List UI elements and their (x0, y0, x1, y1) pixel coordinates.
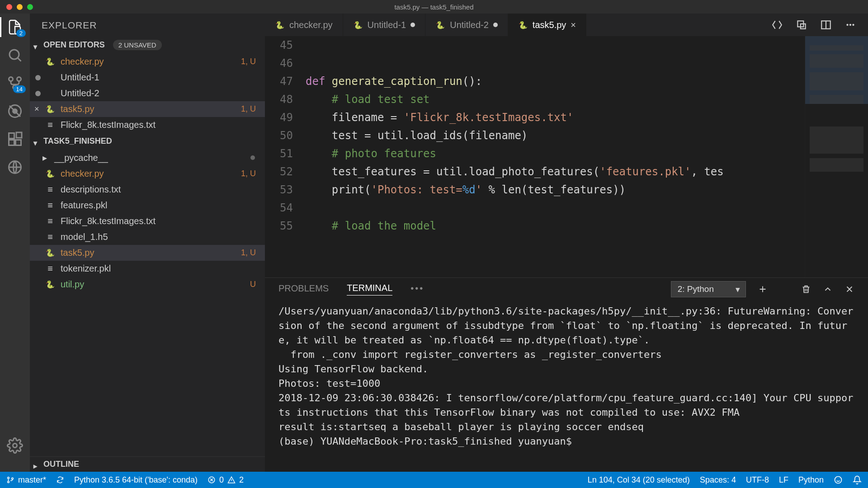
panel-tabs: PROBLEMS TERMINAL ••• 2: Python (265, 278, 868, 300)
python-file-icon (275, 20, 285, 30)
git-branch[interactable]: master* (6, 475, 46, 485)
notifications-icon[interactable] (853, 475, 862, 484)
sync-icon[interactable] (56, 476, 64, 484)
file-name: __pycache__ (54, 153, 108, 163)
activity-bar: 2 14 (0, 14, 30, 472)
svg-point-21 (12, 478, 14, 479)
close-icon[interactable]: × (34, 104, 39, 114)
file-item[interactable]: descriptions.txt (30, 182, 265, 197)
terminal-tab[interactable]: TERMINAL (347, 283, 392, 296)
folder-item[interactable]: __pycache__ (30, 150, 265, 166)
file-item[interactable]: tokenizer.pkl (30, 261, 265, 277)
eol[interactable]: LF (779, 475, 788, 485)
open-changes-icon[interactable] (796, 19, 807, 31)
cursor-position[interactable]: Ln 104, Col 34 (20 selected) (588, 475, 690, 485)
minimize-window-icon[interactable] (17, 4, 23, 10)
editor-tabs: checker.pyUntitled-1Untitled-2task5.py× (265, 14, 868, 36)
zoom-window-icon[interactable] (27, 4, 33, 10)
tab-label: task5.py (533, 20, 566, 30)
split-terminal-icon[interactable] (779, 284, 789, 294)
editor-tab[interactable]: task5.py× (508, 14, 586, 36)
compare-changes-icon[interactable] (771, 19, 783, 31)
settings-gear-icon[interactable] (7, 437, 23, 454)
sidebar-title: EXPLORER (30, 14, 265, 37)
file-item[interactable]: features.pkl (30, 197, 265, 213)
terminal-select[interactable]: 2: Python (671, 281, 746, 297)
chevron-right-icon (33, 461, 40, 468)
language-mode[interactable]: Python (798, 475, 824, 485)
search-icon[interactable] (7, 47, 23, 63)
python-file-icon (435, 20, 445, 30)
file-item[interactable]: checker.py1, U (30, 166, 265, 182)
python-file-icon (45, 248, 55, 258)
file-name: task5.py (61, 104, 94, 114)
file-name: task5.py (61, 248, 94, 258)
svg-point-1 (9, 77, 13, 81)
file-item[interactable]: Flickr_8k.testImages.txt (30, 213, 265, 229)
problems-tab[interactable]: PROBLEMS (278, 283, 329, 296)
text-file-icon (45, 120, 55, 130)
file-name: Flickr_8k.testImages.txt (61, 216, 156, 226)
svg-point-11 (13, 444, 17, 448)
open-editor-item[interactable]: Flickr_8k.testImages.txt (30, 117, 265, 133)
extensions-icon[interactable] (7, 131, 23, 147)
line-number-gutter: 45 46 47 48 49 50 51 52 53 54 55 (265, 36, 306, 277)
editor-tab[interactable]: checker.py (265, 14, 343, 36)
python-interpreter[interactable]: Python 3.6.5 64-bit ('base': conda) (74, 475, 198, 485)
more-tabs-icon[interactable]: ••• (410, 283, 424, 296)
split-editor-icon[interactable] (820, 19, 832, 31)
python-file-icon (45, 169, 55, 179)
file-item[interactable]: model_1.h5 (30, 229, 265, 245)
new-terminal-icon[interactable] (758, 284, 768, 294)
code-editor[interactable]: def generate_caption_run(): # load test … (306, 36, 805, 277)
maximize-panel-icon[interactable] (823, 284, 833, 294)
text-file-icon (45, 185, 55, 195)
editor-tab[interactable]: Untitled-1 (343, 14, 426, 36)
outline-header[interactable]: OUTLINE (30, 456, 265, 472)
svg-rect-7 (9, 140, 14, 145)
text-file-icon (45, 201, 55, 211)
git-status: U (250, 280, 260, 289)
minimap[interactable] (805, 36, 868, 277)
file-name: checker.py (61, 169, 104, 179)
terminal-output[interactable]: /Users/yuanyuan/anaconda3/lib/python3.6/… (265, 300, 868, 472)
sidebar: EXPLORER OPEN EDITORS 2 UNSAVED checker.… (30, 14, 265, 472)
open-editor-item[interactable]: ×task5.py1, U (30, 101, 265, 117)
trash-icon[interactable] (801, 284, 811, 294)
folder-icon (42, 152, 49, 163)
problems-status[interactable]: 0 2 (208, 475, 244, 485)
tab-label: checker.py (289, 20, 333, 30)
titlebar: task5.py — task5_finished (0, 0, 868, 14)
editor-tab[interactable]: Untitled-2 (425, 14, 508, 36)
close-panel-icon[interactable] (844, 284, 854, 294)
file-item[interactable]: task5.py1, U (30, 245, 265, 261)
source-control-icon[interactable]: 14 (7, 75, 23, 91)
open-editor-item[interactable]: checker.py1, U (30, 54, 265, 70)
python-file-icon (353, 20, 363, 30)
open-editor-item[interactable]: Untitled-1 (30, 70, 265, 85)
folder-header[interactable]: TASK5_FINISHED (30, 134, 265, 149)
encoding[interactable]: UTF-8 (746, 475, 769, 485)
svg-point-2 (17, 77, 21, 81)
close-window-icon[interactable] (6, 4, 12, 10)
debug-icon[interactable] (7, 103, 23, 119)
open-editors-header[interactable]: OPEN EDITORS 2 UNSAVED (30, 37, 265, 53)
file-name: features.pkl (61, 200, 107, 211)
open-editor-item[interactable]: Untitled-2 (30, 85, 265, 101)
window-title: task5.py — task5_finished (394, 3, 473, 11)
python-file-icon (45, 280, 55, 290)
explorer-icon[interactable]: 2 (7, 19, 23, 35)
text-file-icon (45, 216, 55, 226)
file-item[interactable]: util.pyU (30, 277, 265, 292)
more-actions-icon[interactable] (844, 19, 856, 31)
svg-point-15 (846, 24, 848, 26)
dirty-dot-icon (35, 91, 41, 96)
svg-point-19 (8, 477, 9, 479)
svg-rect-6 (9, 133, 14, 139)
svg-point-0 (9, 50, 19, 59)
indentation[interactable]: Spaces: 4 (700, 475, 736, 485)
feedback-icon[interactable] (834, 475, 843, 484)
close-icon[interactable]: × (571, 20, 576, 30)
remote-icon[interactable] (7, 159, 23, 175)
status-bar: master* Python 3.6.5 64-bit ('base': con… (0, 472, 868, 488)
